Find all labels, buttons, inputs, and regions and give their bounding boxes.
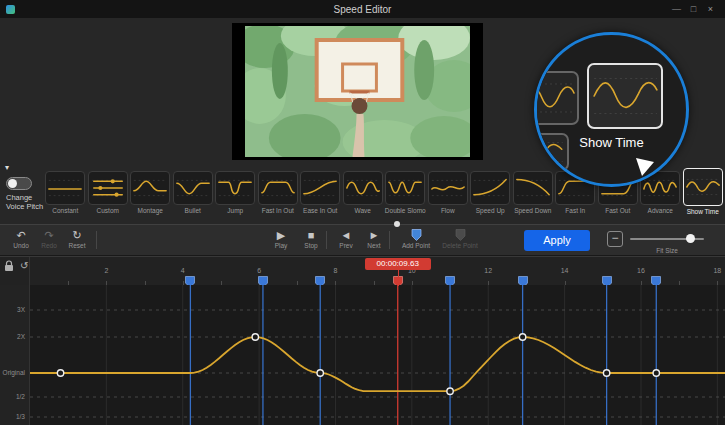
add-point-button[interactable]: Add Point bbox=[394, 229, 438, 249]
preset-speed-down[interactable]: Speed Down bbox=[512, 171, 555, 223]
curve-control-point[interactable] bbox=[252, 334, 258, 340]
prev-icon: ◄ bbox=[331, 229, 361, 241]
preset-thumb bbox=[513, 171, 553, 205]
stop-icon: ■ bbox=[296, 229, 326, 241]
preset-double-slomo[interactable]: Double Slomo bbox=[384, 171, 427, 223]
preset-label: Bullet bbox=[172, 207, 215, 214]
stop-button[interactable]: ■ Stop bbox=[296, 229, 326, 249]
voice-pitch-toggle[interactable] bbox=[6, 177, 32, 190]
preset-thumb bbox=[130, 171, 170, 205]
redo-button[interactable]: ↷ Redo bbox=[34, 229, 64, 249]
preset-wave[interactable]: Wave bbox=[342, 171, 385, 223]
play-label: Play bbox=[266, 242, 296, 249]
toolbar: ↶ Undo ↷ Redo ↻ Reset ▶ Play ■ Stop ◄ Pr… bbox=[0, 225, 725, 256]
lock-icon[interactable] bbox=[4, 260, 14, 285]
preset-constant[interactable]: Constant bbox=[44, 171, 87, 223]
playhead-line[interactable] bbox=[398, 270, 399, 286]
speed-editor-window: Speed Editor — □ × bbox=[0, 0, 725, 425]
preset-label: Speed Down bbox=[512, 207, 555, 214]
undo-button[interactable]: ↶ Undo bbox=[6, 229, 36, 249]
curve-control-point[interactable] bbox=[603, 370, 609, 376]
loop-icon[interactable]: ↺ bbox=[20, 260, 28, 285]
speed-row-label: Original bbox=[0, 369, 25, 376]
timeline-ruler[interactable]: ↺ 24681012141618 00:00:09.63 bbox=[0, 256, 725, 285]
speed-curve-canvas[interactable] bbox=[30, 285, 725, 425]
curve-control-point[interactable] bbox=[57, 370, 63, 376]
fit-minus-icon[interactable]: − bbox=[607, 231, 623, 247]
delete-point-label: Delete Point bbox=[438, 242, 482, 249]
minimize-button[interactable]: — bbox=[668, 4, 685, 14]
next-label: Next bbox=[359, 242, 389, 249]
preset-ease-in-out[interactable]: Ease In Out bbox=[299, 171, 342, 223]
preset-flow[interactable]: Flow bbox=[427, 171, 470, 223]
speed-curve-path bbox=[30, 337, 725, 391]
preset-speed-up[interactable]: Speed Up bbox=[469, 171, 512, 223]
toolbar-separator bbox=[96, 231, 97, 249]
collapse-arrow-icon[interactable]: ▾ bbox=[5, 163, 9, 172]
add-point-flag-icon bbox=[394, 229, 438, 241]
preview-frame-image bbox=[245, 26, 470, 157]
speed-row-label: 2X bbox=[0, 333, 25, 340]
preset-label: Speed Up bbox=[469, 207, 512, 214]
preset-label: Custom bbox=[87, 207, 130, 214]
toolbar-separator bbox=[326, 231, 327, 249]
preset-label: Fast Out bbox=[597, 207, 640, 214]
speed-row-label: 3X bbox=[0, 306, 25, 313]
toolbar-separator bbox=[389, 231, 390, 249]
next-button[interactable]: ► Next bbox=[359, 229, 389, 249]
add-point-label: Add Point bbox=[394, 242, 438, 249]
ruler-tick-label: 6 bbox=[257, 267, 261, 274]
preset-jump[interactable]: Jump bbox=[214, 171, 257, 223]
play-button[interactable]: ▶ Play bbox=[266, 229, 296, 249]
preset-label: Fast In bbox=[554, 207, 597, 214]
speed-row-label: 1/3 bbox=[0, 413, 25, 420]
curve-control-point[interactable] bbox=[653, 370, 659, 376]
curve-control-point[interactable] bbox=[519, 334, 525, 340]
preset-label: Advance bbox=[639, 207, 682, 214]
preset-show-time[interactable]: Show Time bbox=[682, 171, 725, 223]
preset-label: Ease In Out bbox=[299, 207, 342, 214]
speed-row-label: 1/2 bbox=[0, 393, 25, 400]
preset-custom[interactable]: Custom bbox=[87, 171, 130, 223]
current-time-badge[interactable]: 00:00:09.63 bbox=[365, 258, 431, 270]
fit-size-slider-knob[interactable] bbox=[686, 234, 695, 243]
ruler-tick-label: 16 bbox=[637, 267, 645, 274]
preset-label: Flow bbox=[427, 207, 470, 214]
ruler-tick-label: 2 bbox=[104, 267, 108, 274]
reset-label: Reset bbox=[62, 242, 92, 249]
video-preview bbox=[232, 23, 483, 160]
preset-label: Constant bbox=[44, 207, 87, 214]
ruler-tick-label: 12 bbox=[484, 267, 492, 274]
ruler-gutter: ↺ bbox=[0, 257, 30, 285]
callout-label: Show Time bbox=[537, 135, 686, 150]
callout-neighbor-thumb bbox=[534, 71, 579, 125]
preset-fast-in-out[interactable]: Fast In Out bbox=[257, 171, 300, 223]
redo-label: Redo bbox=[34, 242, 64, 249]
preset-label: Montage bbox=[129, 207, 172, 214]
preset-label: Fast In Out bbox=[257, 207, 300, 214]
speed-curve-editor[interactable]: 3X2XOriginal1/21/3 bbox=[0, 285, 725, 425]
reset-button[interactable]: ↻ Reset bbox=[62, 229, 92, 249]
maximize-button[interactable]: □ bbox=[685, 4, 702, 14]
prev-button[interactable]: ◄ Prev bbox=[331, 229, 361, 249]
preset-thumb bbox=[88, 171, 128, 205]
delete-point-button[interactable]: Delete Point bbox=[438, 229, 482, 249]
preset-bullet[interactable]: Bullet bbox=[172, 171, 215, 223]
stop-label: Stop bbox=[296, 242, 326, 249]
apply-button[interactable]: Apply bbox=[524, 230, 590, 251]
strip-scroll-handle[interactable] bbox=[394, 221, 400, 227]
curve-control-point[interactable] bbox=[317, 370, 323, 376]
zoom-callout: Show Time bbox=[534, 32, 689, 187]
preset-thumb bbox=[173, 171, 213, 205]
close-button[interactable]: × bbox=[702, 4, 719, 14]
play-icon: ▶ bbox=[266, 229, 296, 241]
curve-control-point[interactable] bbox=[447, 388, 453, 394]
preset-montage[interactable]: Montage bbox=[129, 171, 172, 223]
window-title: Speed Editor bbox=[0, 4, 725, 15]
preset-label: Wave bbox=[342, 207, 385, 214]
preset-thumb bbox=[385, 171, 425, 205]
preset-thumb bbox=[45, 171, 85, 205]
ruler-tick-label: 18 bbox=[713, 267, 721, 274]
ruler-tick-label: 4 bbox=[181, 267, 185, 274]
ruler-tick-label: 14 bbox=[561, 267, 569, 274]
